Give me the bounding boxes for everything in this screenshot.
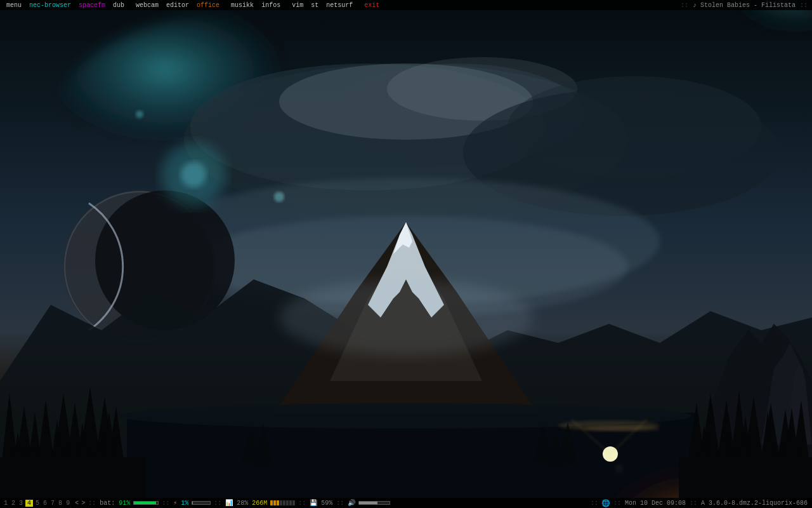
workspace-switcher: 1 2 3 4 5 6 7 8 9 bbox=[3, 500, 71, 507]
cpu-value: 1% bbox=[179, 500, 190, 507]
workspace-6[interactable]: 6 bbox=[42, 500, 48, 507]
music-track: Stolen Babies - Filistata bbox=[700, 2, 796, 9]
vim-button[interactable]: vim bbox=[288, 2, 307, 9]
svg-point-21 bbox=[279, 279, 533, 356]
workspace-1[interactable]: 1 bbox=[3, 500, 9, 507]
mem-bars bbox=[270, 500, 295, 505]
musikk-button[interactable]: musikk bbox=[227, 2, 258, 9]
sep-disk: :: bbox=[296, 500, 308, 507]
sep-net: :: bbox=[589, 500, 600, 507]
mem-icon: 📊 bbox=[223, 499, 235, 507]
sep-dt: :: bbox=[612, 500, 623, 507]
scene-svg bbox=[0, 0, 812, 508]
bottom-right: :: 🌐 :: Mon 10 Dec 09:08 :: A 3.6.0-8.dm… bbox=[589, 499, 809, 507]
workspace-4[interactable]: 4 bbox=[25, 500, 33, 507]
dub-button[interactable]: dub bbox=[109, 2, 128, 9]
sep-cpu: :: bbox=[160, 500, 171, 507]
desktop: menu nec-browser spacefm dub webcam edit… bbox=[0, 0, 812, 508]
webcam-button[interactable]: webcam bbox=[132, 2, 162, 9]
workspace-9[interactable]: 9 bbox=[65, 500, 71, 507]
battery-value: 91% bbox=[117, 500, 132, 507]
ws-next-arrow[interactable]: > bbox=[80, 500, 86, 507]
right-sep2: :: bbox=[798, 2, 809, 9]
mem-bar-7 bbox=[289, 500, 292, 505]
sep-mem: :: bbox=[212, 500, 223, 507]
topbar: menu nec-browser spacefm dub webcam edit… bbox=[0, 0, 812, 10]
workspace-5[interactable]: 5 bbox=[34, 500, 41, 507]
workspace-8[interactable]: 8 bbox=[57, 500, 63, 507]
battery-label: bat: bbox=[98, 500, 117, 507]
music-note-icon: ♪ bbox=[693, 2, 697, 9]
sep-bat: :: bbox=[86, 500, 98, 507]
workspace-2[interactable]: 2 bbox=[10, 500, 16, 507]
infos-button[interactable]: infos bbox=[258, 2, 284, 9]
workspace-7[interactable]: 7 bbox=[49, 500, 56, 507]
svg-point-70 bbox=[181, 162, 206, 187]
nec-browser-button[interactable]: nec-browser bbox=[25, 2, 75, 9]
network-icon: 🌐 bbox=[601, 499, 610, 507]
office-button[interactable]: office bbox=[193, 2, 223, 9]
cpu-bar bbox=[192, 501, 211, 505]
ws-prev-arrow[interactable]: < bbox=[74, 500, 80, 507]
mem-bar-2 bbox=[273, 500, 276, 505]
mem-percent: 28% bbox=[235, 500, 250, 507]
editor-button[interactable]: editor bbox=[162, 2, 193, 9]
menu-button[interactable]: menu bbox=[3, 2, 25, 9]
mem-bar-6 bbox=[286, 500, 289, 505]
svg-point-71 bbox=[274, 192, 284, 202]
mem-value: 266M bbox=[250, 500, 269, 507]
sep-vol: :: bbox=[334, 500, 346, 507]
mem-bar-8 bbox=[292, 500, 295, 505]
netsurf-button[interactable]: netsurf bbox=[322, 2, 357, 9]
datetime: Mon 10 Dec 09:08 bbox=[623, 500, 688, 507]
topbar-right: :: ♪ Stolen Babies - Filistata :: bbox=[679, 2, 809, 9]
exit-button[interactable]: exit bbox=[360, 2, 383, 9]
vol-bar bbox=[358, 501, 390, 505]
workspace-3[interactable]: 3 bbox=[18, 500, 24, 507]
arch-label: A bbox=[699, 500, 707, 507]
spacefm-button[interactable]: spacefm bbox=[75, 2, 109, 9]
vol-fill bbox=[359, 502, 377, 504]
battery-bar bbox=[133, 501, 159, 505]
mem-bar-3 bbox=[277, 500, 279, 505]
st-button[interactable]: st bbox=[307, 2, 322, 9]
svg-point-72 bbox=[136, 110, 143, 118]
battery-fill bbox=[134, 502, 156, 504]
disk-value: 59% bbox=[319, 500, 334, 507]
right-sep: :: bbox=[679, 2, 690, 9]
disk-icon: 💾 bbox=[308, 499, 319, 507]
mem-bar-4 bbox=[280, 500, 282, 505]
mem-bar-5 bbox=[283, 500, 285, 505]
hostname: 3.6.0-8.dmz.2-liquorix-686 bbox=[707, 500, 809, 507]
workspace-arrows: < > bbox=[74, 500, 86, 507]
bottombar: 1 2 3 4 5 6 7 8 9 < > :: bat: 91% :: ⚡ 1… bbox=[0, 498, 812, 508]
sep-host: :: bbox=[688, 500, 699, 507]
vol-icon: 🔊 bbox=[346, 499, 357, 507]
cpu-icon: ⚡ bbox=[171, 499, 179, 507]
mem-bar-1 bbox=[270, 500, 273, 505]
topbar-left: menu nec-browser spacefm dub webcam edit… bbox=[3, 2, 679, 9]
